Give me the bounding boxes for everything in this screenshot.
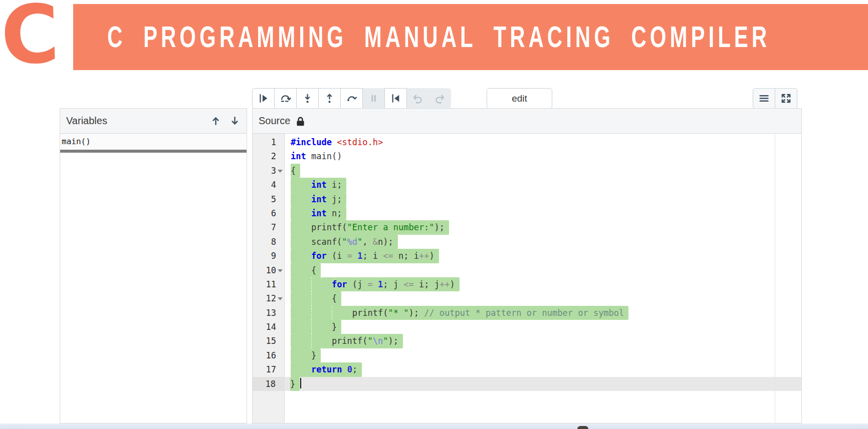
line-number: 6 <box>253 206 284 220</box>
pause-button <box>362 88 385 109</box>
undo-button <box>406 88 429 109</box>
app-logo-c: C <box>0 0 63 79</box>
code-text: #include <stdio.h> <box>284 135 801 149</box>
debug-toolbar <box>252 88 451 109</box>
code-line[interactable]: 13 printf("* "); // output * pattern or … <box>253 306 801 320</box>
code-line[interactable]: 5 int j; <box>253 192 801 206</box>
code-line[interactable]: 7 printf("Enter a number:"); <box>253 220 801 234</box>
pause-icon <box>367 92 380 105</box>
code-text: { <box>284 291 801 305</box>
code-line[interactable]: 14 } <box>253 320 801 334</box>
frame-up-button[interactable] <box>210 115 222 127</box>
redo-icon <box>433 92 446 105</box>
source-panel-title: Source <box>259 115 290 127</box>
footer-strip <box>0 423 868 429</box>
code-text: } <box>284 320 801 334</box>
code-text: int n; <box>284 206 801 220</box>
edit-button[interactable]: edit <box>487 88 552 109</box>
line-number: 3 <box>253 164 284 178</box>
code-line[interactable]: 12 { <box>253 291 801 305</box>
frame-divider <box>60 150 247 153</box>
code-line[interactable]: 2int main() <box>253 149 801 163</box>
frame-down-button[interactable] <box>229 115 241 127</box>
text-cursor <box>300 378 301 388</box>
indent-guide <box>311 291 312 305</box>
lock-icon <box>295 116 306 127</box>
line-number: 13 <box>253 306 284 320</box>
arrow-down-icon <box>229 115 241 127</box>
line-number: 9 <box>253 249 284 263</box>
code-text: int main() <box>284 149 801 163</box>
step-into-button[interactable] <box>296 88 319 109</box>
hamburger-icon <box>758 92 770 105</box>
step-over-icon <box>279 92 292 105</box>
run-arc-icon <box>345 92 358 105</box>
line-number: 11 <box>253 277 284 291</box>
fold-marker-icon[interactable] <box>278 170 283 173</box>
line-number: 5 <box>253 192 284 206</box>
step-out-button[interactable] <box>318 88 341 109</box>
code-text: int i; <box>284 178 801 192</box>
step-out-icon <box>323 92 336 105</box>
redo-button <box>428 88 451 109</box>
variables-panel-title: Variables <box>66 115 107 127</box>
code-text: int j; <box>284 192 801 206</box>
line-number: 4 <box>253 178 284 192</box>
code-text: { <box>284 164 801 178</box>
app-title: C PROGRAMMING MANUAL TRACING COMPILER <box>107 20 770 54</box>
step-over-button[interactable] <box>274 88 297 109</box>
code-text: printf("* "); // output * pattern or num… <box>284 306 801 320</box>
line-number: 14 <box>253 320 284 334</box>
code-line[interactable]: 10 { <box>253 263 801 277</box>
code-text: return 0; <box>284 362 801 376</box>
fold-marker-icon[interactable] <box>278 269 283 272</box>
line-number: 2 <box>253 149 284 163</box>
restart-button[interactable] <box>384 88 407 109</box>
resume-button[interactable] <box>252 88 275 109</box>
stack-frame[interactable]: main() <box>60 134 247 150</box>
code-line[interactable]: 15 printf("\n"); <box>253 334 801 348</box>
line-number: 17 <box>253 362 284 376</box>
indent-guide <box>311 334 312 348</box>
indent-guide <box>311 306 312 320</box>
indent-guide <box>311 277 312 291</box>
menu-button[interactable] <box>753 88 775 109</box>
line-number: 15 <box>253 334 284 348</box>
source-panel-header: Source <box>253 109 801 134</box>
code-line[interactable]: 9 for (i = 1; i <= n; i++) <box>253 249 801 263</box>
code-text: printf("Enter a number:"); <box>284 220 801 234</box>
line-number: 1 <box>253 135 284 149</box>
indent-guide <box>332 306 332 320</box>
code-line[interactable]: 11 for (j = 1; j <= i; j++) <box>253 277 801 291</box>
code-line[interactable]: 8 scanf("%d", &n); <box>253 235 801 249</box>
code-line[interactable]: 16 } <box>253 348 801 362</box>
line-number: 16 <box>253 348 284 362</box>
line-number: 12 <box>253 291 284 305</box>
fold-marker-icon[interactable] <box>278 297 283 300</box>
code-text: { <box>284 263 801 277</box>
code-text: } <box>284 377 801 391</box>
expand-icon <box>780 92 792 105</box>
run-to-end-button[interactable] <box>340 88 363 109</box>
code-text: printf("\n"); <box>284 334 801 348</box>
fullscreen-button[interactable] <box>775 88 797 109</box>
indent-guide <box>311 320 312 334</box>
code-line[interactable]: 4 int i; <box>253 178 801 192</box>
code-line[interactable]: 17 return 0; <box>253 362 801 376</box>
code-line[interactable]: 3{ <box>253 164 801 178</box>
window-toolbar <box>753 88 797 109</box>
line-number: 7 <box>253 220 284 234</box>
code-text: for (j = 1; j <= i; j++) <box>284 277 801 291</box>
code-text: for (i = 1; i <= n; i++) <box>284 249 801 263</box>
code-editor[interactable]: 1#include <stdio.h>2int main()3{4 int i;… <box>253 134 801 423</box>
undo-icon <box>411 92 424 105</box>
line-number: 18 <box>253 377 284 391</box>
code-line[interactable]: 18} <box>253 377 801 391</box>
header-banner: C PROGRAMMING MANUAL TRACING COMPILER <box>73 4 868 70</box>
variables-panel-header: Variables <box>60 109 247 134</box>
line-number: 10 <box>253 263 284 277</box>
code-line[interactable]: 1#include <stdio.h> <box>253 135 801 149</box>
code-line[interactable]: 6 int n; <box>253 206 801 220</box>
code-text: } <box>284 348 801 362</box>
source-panel: Source 1#include <stdio.h>2int main()3{4… <box>252 108 802 423</box>
